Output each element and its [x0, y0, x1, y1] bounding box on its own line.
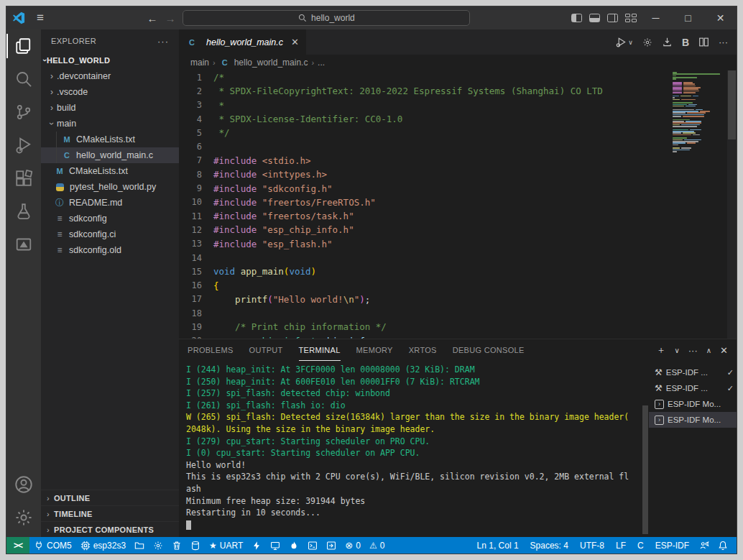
status-serial-port[interactable]: COM5: [29, 537, 76, 554]
terminal-dropdown-icon[interactable]: ∨: [674, 346, 679, 354]
activity-source-control-icon[interactable]: [6, 96, 41, 129]
tree-item-main[interactable]: ›main: [41, 116, 179, 132]
terminal-scrollbar[interactable]: [642, 361, 649, 537]
panel-maximize-icon[interactable]: ∧: [706, 346, 711, 354]
panel-tab-problems[interactable]: PROBLEMS: [188, 339, 234, 361]
status-espidf-version[interactable]: ESP-IDF: [650, 537, 695, 554]
customize-layout-icon[interactable]: [625, 14, 636, 22]
tree-item--devcontainer[interactable]: ›.devcontainer: [41, 68, 179, 84]
split-editor-button[interactable]: [698, 37, 709, 47]
nav-forward-icon[interactable]: →: [165, 12, 175, 24]
project-section-header[interactable]: › HELLO_WORLD: [41, 52, 179, 68]
tree-item--vscode[interactable]: ›.vscode: [41, 84, 179, 100]
status-errors[interactable]: ⊗0: [341, 537, 365, 554]
section-project-components[interactable]: ›PROJECT COMPONENTS: [41, 521, 179, 537]
code-line: 11#include "freertos/task.h": [179, 209, 737, 223]
code-editor[interactable]: 1/*2 * SPDX-FileCopyrightText: 2010-2022…: [179, 70, 737, 339]
run-button[interactable]: ∨: [616, 37, 633, 47]
flash-device-button[interactable]: [662, 37, 673, 47]
status-device-target[interactable]: esp32s3: [76, 537, 130, 554]
breadcrumb-separator: ›: [213, 58, 216, 67]
panel-tab-terminal[interactable]: TERMINAL: [299, 339, 341, 361]
status-sdk-config[interactable]: [149, 537, 167, 554]
status-terminal[interactable]: [303, 537, 322, 554]
minimize-button[interactable]: ─: [640, 6, 672, 29]
chevron-right-icon: ›: [42, 525, 54, 534]
activity-account-icon[interactable]: [6, 468, 41, 501]
status-remote[interactable]: ><: [6, 537, 29, 554]
close-button[interactable]: ✕: [704, 6, 737, 29]
activity-extensions-icon[interactable]: [6, 162, 41, 195]
tab-close-icon[interactable]: ✕: [291, 37, 299, 47]
chevron-right-icon: ›: [47, 103, 57, 113]
maximize-button[interactable]: □: [672, 6, 704, 29]
activity-settings-icon[interactable]: [6, 501, 41, 534]
editor-scrollbar[interactable]: [727, 70, 737, 339]
activity-search-icon[interactable]: [6, 63, 41, 96]
tree-item-readme-md[interactable]: ⓘREADME.md: [41, 195, 179, 211]
terminal-output[interactable]: I (244) heap_init: At 3FCF0000 len 00008…: [179, 361, 642, 537]
status-build-flash-monitor[interactable]: [285, 537, 303, 554]
activity-bar: [6, 29, 41, 537]
line-number: 16: [179, 280, 213, 290]
terminal-instance-0[interactable]: ⚒ESP-IDF ...✓: [649, 364, 737, 380]
search-input[interactable]: hello_world: [183, 10, 470, 26]
tree-item-sdkconfig-old[interactable]: ≡sdkconfig.old: [41, 242, 179, 258]
b-button[interactable]: B: [682, 37, 689, 48]
tree-item-cmakelists-txt[interactable]: MCMakeLists.txt: [41, 132, 179, 147]
activity-testing-icon[interactable]: [6, 195, 41, 228]
status-language-mode[interactable]: C: [632, 537, 650, 554]
status-custom-task[interactable]: [322, 537, 341, 554]
toggle-sidebar-icon[interactable]: [571, 14, 582, 22]
toggle-panel-icon[interactable]: [589, 14, 600, 22]
status-indentation[interactable]: Spaces: 4: [525, 537, 574, 554]
settings-gear-button[interactable]: [642, 37, 652, 47]
terminal-instance-2[interactable]: ›ESP-IDF Mo...: [649, 396, 737, 412]
panel-tab-debug-console[interactable]: DEBUG CONSOLE: [453, 339, 525, 361]
status-flash[interactable]: [247, 537, 266, 554]
explorer-more-icon[interactable]: ···: [157, 36, 169, 47]
status-label: 0: [380, 541, 385, 551]
tree-item-pytest-hello-world-py[interactable]: pytest_hello_world.py: [41, 179, 179, 195]
status-notifications[interactable]: [714, 537, 732, 554]
activity-explorer-icon[interactable]: [6, 29, 41, 63]
tools-icon: ⚒: [655, 383, 663, 393]
more-actions-button[interactable]: ···: [719, 37, 728, 47]
breadcrumb-item[interactable]: hello_world_main.c: [234, 58, 308, 68]
tree-item-sdkconfig-ci[interactable]: ≡sdkconfig.ci: [41, 226, 179, 242]
status-eol[interactable]: LF: [610, 537, 632, 554]
status-encoding[interactable]: UTF-8: [574, 537, 610, 554]
panel-close-icon[interactable]: ✕: [720, 345, 728, 356]
toggle-secondary-sidebar-icon[interactable]: [607, 14, 618, 22]
status-flash-method[interactable]: ★UART: [205, 537, 247, 554]
status-erase-flash[interactable]: [186, 537, 205, 554]
nav-back-icon[interactable]: ←: [147, 12, 157, 24]
tree-item-sdkconfig[interactable]: ≡sdkconfig: [41, 211, 179, 226]
panel-tab-output[interactable]: OUTPUT: [249, 339, 283, 361]
panel-tab-xrtos[interactable]: XRTOS: [409, 339, 437, 361]
breadcrumb-item[interactable]: ...: [318, 58, 325, 68]
status-monitor[interactable]: [266, 537, 285, 554]
status-cursor-position[interactable]: Ln 1, Col 1: [471, 537, 525, 554]
breadcrumb-item[interactable]: main: [190, 58, 209, 68]
section-timeline[interactable]: ›TIMELINE: [41, 505, 179, 521]
terminal-instance-1[interactable]: ⚒ESP-IDF ...✓: [649, 380, 737, 396]
tree-item-build[interactable]: ›build: [41, 100, 179, 116]
status-feedback[interactable]: [695, 537, 714, 554]
panel-more-icon[interactable]: ···: [688, 345, 698, 356]
breadcrumb[interactable]: main›Chello_world_main.c›...: [179, 55, 737, 70]
activity-run-debug-icon[interactable]: [6, 129, 41, 162]
status-full-clean[interactable]: [167, 537, 186, 554]
menu-icon[interactable]: ≡: [31, 11, 50, 25]
terminal-instance-3[interactable]: ›ESP-IDF Mo...: [649, 412, 737, 428]
panel-tab-memory[interactable]: MEMORY: [356, 339, 393, 361]
activity-espidf-explorer-icon[interactable]: [6, 228, 41, 261]
minimap[interactable]: [670, 72, 726, 153]
tree-item-hello-world-main-c[interactable]: Chello_world_main.c: [41, 147, 179, 163]
section-outline[interactable]: ›OUTLINE: [41, 490, 179, 505]
status-warnings[interactable]: ⚠0: [365, 537, 389, 554]
tree-item-cmakelists-txt[interactable]: MCMakeLists.txt: [41, 163, 179, 179]
tab-hello-world-main[interactable]: C hello_world_main.c ✕: [179, 29, 307, 55]
new-terminal-icon[interactable]: ＋: [656, 344, 665, 357]
status-project-folder[interactable]: [130, 537, 149, 554]
